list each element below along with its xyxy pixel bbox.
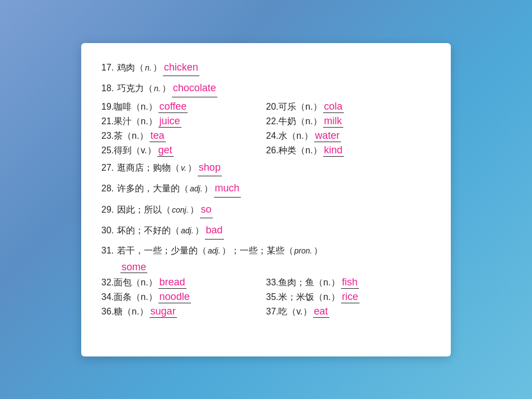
entry-row-25-26: 25. 得到（v.） get 26. 种类（n.） kind — [101, 144, 431, 157]
entry-row-36-37: 36. 糖（n.） sugar 37. 吃（v.） eat — [101, 306, 431, 318]
num-17: 17. — [101, 60, 117, 75]
pos-31a: adj. — [208, 245, 221, 258]
chinese-17: 鸡肉（ — [117, 60, 144, 75]
num-27: 27. — [101, 160, 117, 175]
answer-27: shop — [198, 159, 222, 177]
entry-row-21-22: 21. 果汁（n.） juice 22. 牛奶（n.） milk — [101, 115, 431, 128]
answer-36: sugar — [150, 306, 177, 318]
entry-row-23-24: 23. 茶（n.） tea 24. 水（n.） water — [101, 130, 431, 142]
answer-23: tea — [150, 130, 166, 142]
entry-31-answer-row: some — [101, 261, 431, 273]
entry-20: 20. 可乐（n.） cola — [266, 101, 431, 113]
answer-37: eat — [313, 306, 329, 318]
answer-30: bad — [205, 222, 224, 240]
pos-18: n. — [154, 82, 161, 96]
num-30: 30. — [101, 223, 117, 238]
answer-21: juice — [158, 115, 181, 128]
num-28: 28. — [101, 181, 117, 196]
num-29: 29. — [101, 202, 117, 217]
chinese-31: 若干，一些；少量的（ — [117, 243, 207, 258]
entry-23: 23. 茶（n.） tea — [101, 130, 266, 142]
entry-34: 34. 面条（n.） noodle — [101, 291, 266, 303]
entry-row-28: 28. 许多的，大量的（adj.） much — [101, 180, 431, 198]
pos-30: adj. — [181, 224, 194, 238]
answer-19: coffee — [158, 101, 188, 113]
chinese-18: 巧克力（ — [117, 81, 153, 96]
entry-22: 22. 牛奶（n.） milk — [266, 115, 431, 128]
answer-20: cola — [323, 101, 344, 113]
pos-28: adj. — [190, 182, 203, 196]
entry-25: 25. 得到（v.） get — [101, 144, 266, 157]
answer-26: kind — [323, 144, 344, 157]
chinese-28: 许多的，大量的（ — [117, 181, 189, 196]
entry-row-19-20: 19. 咖啡（n.） coffee 20. 可乐（n.） cola — [101, 101, 431, 113]
entry-row-27: 27. 逛商店；购物（v.） shop — [101, 159, 431, 177]
entry-19: 19. 咖啡（n.） coffee — [101, 101, 266, 113]
answer-25: get — [157, 144, 174, 157]
answer-22: milk — [323, 115, 343, 128]
pos-29: conj. — [172, 204, 189, 217]
entry-row-17: 17. 鸡肉（n.） chicken — [101, 59, 431, 77]
entry-36: 36. 糖（n.） sugar — [101, 306, 266, 318]
answer-33: fish — [341, 276, 359, 289]
answer-32: bread — [158, 276, 186, 289]
entry-row-18: 18. 巧克力（n.） chocolate — [101, 79, 431, 97]
answer-35: rice — [341, 291, 360, 303]
num-18: 18. — [101, 81, 117, 96]
entry-35: 35. 米；米饭（n.） rice — [266, 291, 431, 303]
vocabulary-card: 17. 鸡肉（n.） chicken 18. 巧克力（n.） chocolate… — [81, 43, 451, 356]
entry-row-31: 31. 若干，一些；少量的（adj.）；一些；某些（pron.） — [101, 243, 431, 258]
entry-21: 21. 果汁（n.） juice — [101, 115, 266, 128]
pos-31b: pron. — [295, 245, 312, 258]
num-31: 31. — [101, 243, 117, 258]
chinese-29: 因此；所以（ — [117, 202, 171, 217]
pos-27: v. — [181, 162, 186, 175]
entry-row-32-33: 32. 面包（n.） bread 33. 鱼肉；鱼（n.） fish — [101, 276, 431, 289]
answer-28: much — [214, 180, 241, 198]
entry-33: 33. 鱼肉；鱼（n.） fish — [266, 276, 431, 289]
entry-26: 26. 种类（n.） kind — [266, 144, 431, 157]
answer-34: noodle — [158, 291, 191, 303]
answer-24: water — [314, 130, 341, 142]
entry-row-29: 29. 因此；所以（conj.） so — [101, 201, 431, 219]
answer-29: so — [200, 201, 213, 219]
answer-31: some — [120, 261, 147, 273]
pos-17: n. — [145, 62, 152, 75]
entry-37: 37. 吃（v.） eat — [266, 306, 431, 318]
chinese-27: 逛商店；购物（ — [117, 160, 180, 175]
entry-32: 32. 面包（n.） bread — [101, 276, 266, 289]
answer-18: chocolate — [172, 79, 217, 97]
entry-row-30: 30. 坏的；不好的（adj.） bad — [101, 222, 431, 240]
entry-24: 24. 水（n.） water — [266, 130, 431, 142]
answer-17: chicken — [163, 59, 199, 77]
entry-row-34-35: 34. 面条（n.） noodle 35. 米；米饭（n.） rice — [101, 291, 431, 303]
chinese-30: 坏的；不好的（ — [117, 223, 180, 238]
